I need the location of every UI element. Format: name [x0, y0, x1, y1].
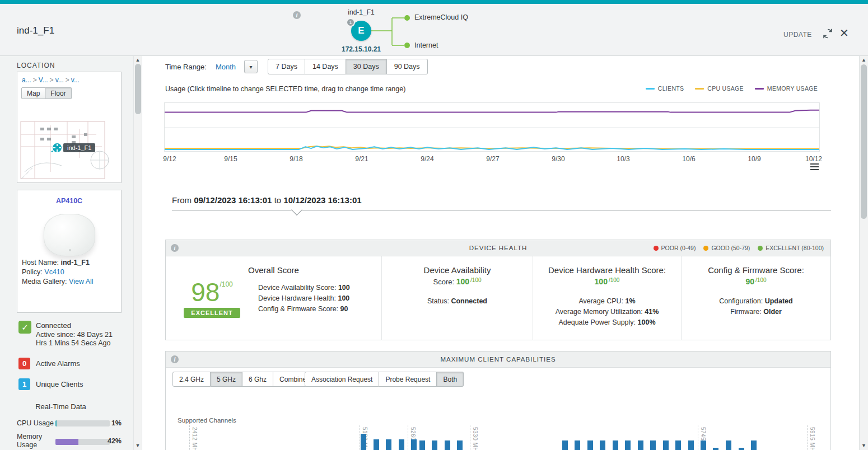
to-label: to	[274, 195, 282, 205]
row-label: Average Memory Utilization:	[556, 308, 643, 316]
range-30days-button[interactable]: 30 Days	[346, 59, 387, 74]
floor-plan[interactable]: ind-1_F1	[18, 119, 120, 182]
map-tab[interactable]: Map	[21, 87, 45, 99]
update-button[interactable]: UPDATE	[783, 31, 812, 39]
cpu-swatch	[695, 88, 704, 90]
both-tab[interactable]: Both	[437, 372, 464, 387]
legend-cpu-usage[interactable]: CPU USAGE	[695, 85, 744, 92]
breadcrumb-link[interactable]: v...	[55, 76, 64, 84]
availability-score: 100	[456, 277, 469, 286]
media-gallery-link[interactable]: View All	[69, 278, 94, 285]
breadcrumb-link[interactable]: v...	[71, 76, 80, 84]
x-tick: 9/30	[552, 155, 564, 163]
channel-bar	[374, 439, 379, 450]
band-6ghz-tab[interactable]: 6 Ghz	[242, 372, 273, 387]
row-value: 1%	[626, 297, 636, 305]
cpu-usage-fill	[55, 420, 57, 426]
channel-bar	[650, 440, 656, 450]
band-24ghz-tab[interactable]: 2.4 GHz	[172, 372, 211, 387]
probe-request-tab[interactable]: Probe Request	[379, 372, 437, 387]
client-capabilities-info-icon[interactable]	[171, 355, 179, 363]
floor-tab[interactable]: Floor	[45, 87, 71, 99]
channel-bar	[625, 440, 631, 450]
active-since-text: Active since: 48 Days 21 Hrs 1 Mins 54 S…	[36, 331, 121, 348]
range-14days-button[interactable]: 14 Days	[305, 59, 346, 74]
time-range-selected[interactable]: Month	[216, 63, 236, 71]
hardware-heading: Device Hardware Health Score:	[533, 265, 681, 275]
selected-range-text: From 09/12/2023 16:13:01 to 10/12/2023 1…	[172, 195, 362, 205]
internet-node-dot	[404, 43, 410, 48]
host-name-label: Host Name:	[22, 259, 59, 266]
breadcrumb-link[interactable]: a...	[22, 76, 31, 84]
availability-score-max: /100	[470, 277, 481, 283]
breakdown-row: Device Availability Score: 100	[258, 283, 381, 293]
device-card: AP410C Host Name: ind-1_F1 Policy: Vc410…	[17, 190, 122, 313]
location-heading: LOCATION	[17, 62, 55, 69]
memory-usage-fill	[55, 439, 78, 445]
availability-column: Device Availability Score: 100/100 Statu…	[381, 256, 533, 340]
row-value: 100	[338, 284, 350, 292]
row-label: Config & Firmware Score:	[258, 305, 338, 313]
memory-usage-label: Memory Usage	[17, 433, 52, 449]
location-marker-icon[interactable]	[48, 141, 65, 156]
excellent-label: EXCELLENT (80-100)	[766, 245, 824, 251]
chart-menu-icon[interactable]	[810, 163, 819, 172]
legend-memory-usage[interactable]: MEMORY USAGE	[755, 85, 818, 92]
map-floor-toggle: Map Floor	[17, 86, 121, 101]
row-label: Configuration:	[719, 297, 763, 305]
time-range-dropdown-caret[interactable]: ▾	[244, 60, 258, 73]
config-score: 90	[745, 277, 754, 286]
usage-timeline-chart[interactable]	[164, 102, 820, 152]
hardware-score-max: /100	[609, 277, 619, 283]
sidebar-scroll-down-arrow[interactable]: ▼	[134, 443, 142, 448]
clients-legend-label: CLIENTS	[658, 85, 684, 92]
sidebar-scroll-up-arrow[interactable]: ▲	[134, 57, 142, 63]
range-divider-line	[172, 210, 831, 210]
excellent-badge: EXCELLENT	[184, 308, 240, 318]
hardware-row: Average Memory Utilization: 41%	[533, 307, 681, 317]
hardware-score-line: 100/100	[533, 277, 681, 286]
legend-clients[interactable]: CLIENTS	[646, 85, 684, 92]
config-score-line: 90/100	[682, 277, 830, 286]
range-90days-button[interactable]: 90 Days	[387, 59, 428, 74]
unique-clients-badge[interactable]: 1	[18, 378, 30, 390]
policy-row: Policy: Vc410	[22, 268, 121, 276]
x-tick: 9/18	[290, 155, 302, 163]
active-alarms-badge[interactable]: 0	[18, 358, 30, 369]
policy-link[interactable]: Vc410	[44, 268, 64, 276]
status-row: Status: Connected	[382, 296, 533, 307]
from-label: From	[172, 195, 192, 205]
range-7days-button[interactable]: 7 Days	[268, 59, 305, 74]
main-scroll-down-arrow[interactable]: ▼	[860, 443, 868, 448]
cpu-usage-value: 1%	[98, 419, 122, 427]
channel-bar	[613, 440, 618, 450]
supported-channels-label: Supported Channels	[178, 417, 236, 424]
connected-status: Connected	[36, 321, 71, 330]
main-scrollbar-thumb[interactable]	[861, 64, 867, 219]
policy-label: Policy:	[22, 268, 43, 276]
memory-usage-value: 42%	[98, 437, 122, 445]
sidebar-scrollbar-thumb[interactable]	[135, 64, 141, 114]
breadcrumb-link[interactable]: V...	[39, 76, 48, 84]
row-label: Device Availability Score:	[258, 284, 336, 292]
breadcrumb-separator: >	[33, 76, 37, 84]
breakdown-row: Device Hardware Health: 100	[258, 293, 381, 304]
main-scroll-up-arrow[interactable]: ▲	[860, 57, 868, 63]
close-icon[interactable]: ✕	[839, 26, 849, 40]
channel-bar	[386, 439, 391, 450]
channel-bar	[562, 440, 568, 450]
x-tick: 9/15	[224, 155, 237, 163]
device-health-info-icon[interactable]	[171, 244, 179, 252]
supported-channels-chart[interactable]: 2412 MHz5180 MHz5260 MHz5330 MHz5745 MHz…	[174, 425, 824, 450]
breadcrumb-separator: >	[66, 76, 69, 84]
refresh-icon[interactable]	[821, 27, 834, 41]
page-title: ind-1_F1	[17, 25, 54, 36]
breadcrumb: a...>V...>v...>v...	[17, 72, 121, 86]
device-health-panel: DEVICE HEALTH POOR (0-49) GOOD (50-79) E…	[165, 240, 831, 340]
association-request-tab[interactable]: Association Request	[305, 372, 379, 387]
topology-info-icon[interactable]	[293, 11, 301, 19]
poor-dot	[654, 246, 659, 251]
poor-label: POOR (0-49)	[661, 245, 696, 251]
channel-marker-line	[698, 425, 698, 450]
band-5ghz-tab[interactable]: 5 GHz	[211, 372, 242, 387]
